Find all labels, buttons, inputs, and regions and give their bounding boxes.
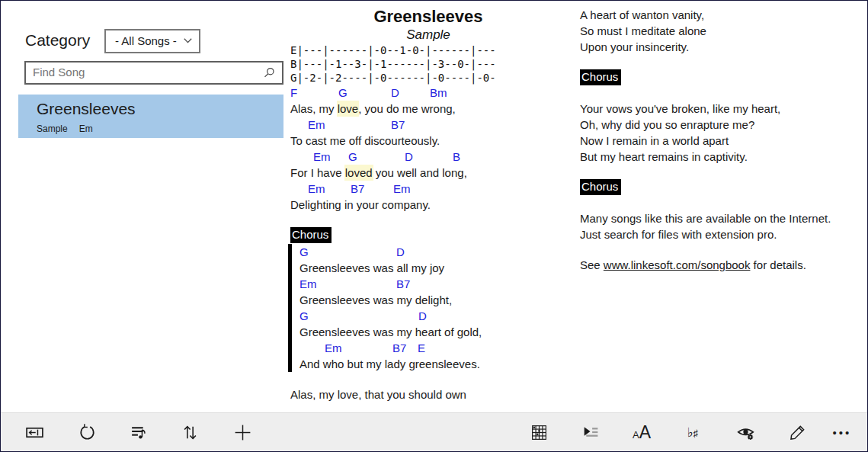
app-window: Category - All Songs - Greensleeves Samp… — [0, 0, 868, 452]
chord[interactable]: G — [338, 85, 348, 101]
font-size-icon: AA — [633, 422, 651, 443]
song-search — [24, 61, 283, 85]
chord[interactable]: F — [290, 85, 297, 101]
chord[interactable]: B7 — [392, 340, 406, 356]
search-input[interactable] — [26, 66, 264, 80]
chorus-group: GDGreensleeves was all my joyEmB7Greensl… — [288, 244, 566, 372]
search-icon[interactable] — [264, 67, 282, 79]
song-item-category: Sample — [37, 123, 68, 134]
song-list-item-greensleeves[interactable]: Greensleeves SampleEm — [18, 95, 283, 138]
edit-song-button[interactable] — [779, 414, 815, 450]
chord[interactable]: D — [391, 85, 399, 101]
link-line: See www.linkesoft.com/songbook for detai… — [580, 257, 866, 273]
lyric-line: Greensleeves was my heart of gold, — [299, 324, 566, 340]
song-list-panel: Category - All Songs - Greensleeves Samp… — [1, 1, 287, 412]
blank-line — [580, 242, 866, 257]
song-view: Greensleeves Sample E|---|------|-0--1-0… — [290, 7, 566, 402]
chord-line: EmGDB — [290, 149, 566, 165]
category-row: Category — [25, 31, 90, 50]
chord-line: EmB7E — [299, 340, 566, 356]
section-label: Chorus — [580, 69, 621, 85]
chord[interactable]: D — [405, 149, 413, 165]
chord[interactable]: D — [396, 244, 405, 260]
chord[interactable]: Em — [325, 340, 342, 356]
autoscroll-icon — [581, 423, 600, 442]
chord-line: FGDBm — [290, 85, 566, 101]
tab-line: B|---|-1--3-|-1------|-3--0-|--- — [290, 57, 566, 71]
chord[interactable]: Bm — [430, 85, 447, 101]
lyric-line: Alas, my love, that you should own — [290, 386, 566, 402]
sort-button[interactable] — [171, 414, 208, 450]
lyric-line: And who but my lady greensleeves. — [299, 356, 566, 372]
transpose-button[interactable]: ♭♯ — [674, 414, 711, 450]
lyric-line: A heart of wanton vanity, — [580, 7, 866, 23]
chord-line: EmB7 — [299, 276, 566, 292]
blank-line — [290, 213, 566, 227]
chord[interactable]: Em — [308, 117, 325, 133]
lyric-line: So must I meditate alone — [580, 23, 866, 39]
chord[interactable]: B7 — [396, 276, 410, 292]
chord-grid-icon — [530, 423, 549, 442]
lyric-line: Many songs like this are available on th… — [580, 210, 866, 226]
eye-gear-icon — [736, 423, 755, 442]
lyric-line: Delighting in your company. — [290, 197, 566, 213]
refresh-icon — [78, 423, 97, 442]
song-title: Greensleeves — [290, 7, 566, 27]
chord-line: GD — [299, 244, 566, 260]
plus-icon — [233, 423, 252, 442]
font-size-button[interactable]: AA — [623, 414, 660, 450]
chord[interactable]: Em — [299, 276, 317, 292]
section-label-row: Chorus — [290, 227, 566, 244]
flat-sharp-icon: ♭♯ — [687, 425, 699, 441]
category-dropdown-value: - All Songs - — [115, 34, 177, 47]
lyric-line: But my heart remains in captivity. — [580, 149, 866, 165]
autoscroll-button[interactable] — [572, 414, 608, 450]
song-link[interactable]: www.linkesoft.com/songbook — [604, 258, 751, 271]
more-button[interactable]: ••• — [824, 414, 860, 450]
chord[interactable]: B7 — [391, 117, 405, 133]
blank-line — [580, 196, 866, 210]
highlighted-word: loved — [344, 165, 373, 181]
playlist-button[interactable] — [120, 414, 157, 450]
lyric-line: Your vows you've broken, like my heart, — [580, 101, 866, 117]
lyric-line: Greensleeves was all my joy — [299, 260, 566, 276]
panel-left-icon — [25, 423, 44, 442]
chord-diagrams-button[interactable] — [520, 414, 557, 450]
section-label-row: Chorus — [580, 179, 866, 196]
chord[interactable]: B7 — [351, 181, 364, 197]
toggle-song-list-button[interactable] — [16, 414, 53, 450]
view-settings-button[interactable] — [727, 414, 764, 450]
chord-line: GD — [299, 308, 566, 324]
lyric-line: Oh, why did you so enrapture me? — [580, 117, 866, 133]
pencil-icon — [788, 423, 807, 442]
chevron-down-icon — [184, 38, 192, 43]
lyric-line: Now I remain in a world apart — [580, 133, 866, 149]
add-song-button[interactable] — [224, 414, 261, 450]
tablature: E|---|------|-0--1-0-|------|---B|---|-1… — [290, 43, 566, 85]
chord[interactable]: E — [418, 340, 425, 356]
chord[interactable]: B — [453, 149, 460, 165]
chord[interactable]: Em — [308, 181, 325, 197]
chord[interactable]: Em — [313, 149, 331, 165]
lyric-line: Upon your insincerity. — [580, 39, 866, 55]
song-column-2: A heart of wanton vanity,So must I medit… — [580, 7, 866, 273]
song-column-1: FGDBmAlas, my love, you do me wrong,EmB7… — [290, 85, 566, 402]
chord[interactable]: G — [299, 244, 309, 260]
chord[interactable]: Em — [393, 181, 411, 197]
highlighted-word: love — [337, 101, 360, 117]
song-item-key: Em — [79, 123, 93, 134]
sort-arrows-icon — [181, 423, 200, 442]
tab-line: G|-2-|-2----|-0------|-0----|-0- — [290, 71, 566, 85]
lyric-line: Alas, my love, you do me wrong, — [290, 101, 566, 117]
blank-line — [290, 372, 566, 386]
lyric-line: Just search for files with extension pro… — [580, 226, 866, 242]
chord-line: EmB7Em — [290, 181, 566, 197]
section-label: Chorus — [580, 179, 621, 195]
lyric-line: Greensleeves was my delight, — [299, 292, 566, 308]
category-dropdown[interactable]: - All Songs - — [104, 29, 200, 53]
chord[interactable]: D — [418, 308, 427, 324]
blank-line — [580, 55, 866, 69]
reload-button[interactable] — [69, 414, 105, 450]
chord[interactable]: G — [299, 308, 309, 324]
chord[interactable]: G — [348, 149, 357, 165]
